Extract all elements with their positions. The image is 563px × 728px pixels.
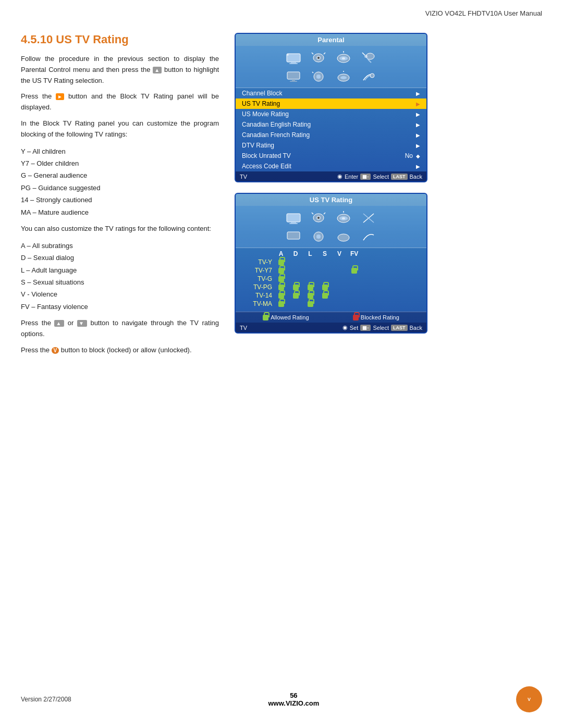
vizio-logo: V [516,686,542,712]
cell-tvg-d [292,275,299,282]
back-label: Back [410,325,422,331]
menu-item-block-unrated[interactable]: Block Unrated TV No ◆ [236,151,426,161]
cell-tvma-l[interactable] [307,300,314,307]
page-footer: Version 2/27/2008 56 www.VIZIO.com V [0,686,563,712]
svg-point-11 [342,57,345,59]
cell-tvy-a[interactable] [277,258,285,266]
us-tv-panel-title: US TV Rating [236,194,426,206]
rating-cells-tv14 [277,292,358,299]
section-number: 4.5.10 [21,33,56,46]
paragraph-5: Press the ▲ or ▼ button to navigate thro… [21,318,219,340]
rating-label-tv14: TV-14 [241,292,277,299]
arrow-icon: ▶ [416,101,420,107]
svg-line-20 [312,72,313,73]
blocked-label: Blocked Rating [361,314,399,320]
menu-item-canadian-french[interactable]: Canadian French Rating ▶ [236,130,426,140]
rating-row-tvg: TV-G [241,275,421,282]
col-d: D [292,250,299,257]
arrow-icon: ▶ [416,132,420,138]
menu-item-dtv-rating[interactable]: DTV Rating ▶ [236,140,426,151]
menu-item-label: Access Code Edit [242,163,291,170]
tv-icon-4 [359,50,378,66]
paragraph-6: Press the V button to block (locked) or … [21,345,219,356]
svg-line-31 [312,213,313,214]
cell-tv14-s[interactable] [321,292,328,299]
footer-version: Version 2/27/2008 [21,696,71,703]
svg-line-7 [312,53,313,54]
rating-item-pg: PG – Guidance suggested [21,182,219,194]
content-item-s: S – Sexual situations [21,276,219,288]
rating-grid-header: A D L S V FV [277,250,421,257]
cell-tvy-d [292,258,299,266]
us-tv-icon-4 [359,210,378,226]
cell-tvpg-s[interactable] [321,283,328,291]
cell-tv14-d[interactable] [292,292,299,299]
panel-icons-row1 [236,46,426,68]
arrow-icon: ▶ [416,122,420,128]
tv-icon-1 [284,50,303,66]
cell-tvg-s [321,275,328,282]
cell-tv14-l[interactable] [307,292,314,299]
footer-source: TV [240,174,247,180]
rating-item-14: 14 – Strongly cautioned [21,194,219,206]
cell-tvy7-fv[interactable] [350,267,358,274]
arrow-icon: ▶ [416,91,420,96]
set-label: Set [350,325,359,331]
svg-point-41 [316,235,321,239]
footer-logo-container: V [516,686,542,712]
rating-row-tvma: TV-MA [241,300,421,307]
rating-label-tvg: TV-G [241,275,277,282]
page-header: VIZIO VO42L FHDTV10A User Manual [0,0,563,17]
paragraph-4: You can also customize the TV ratings fo… [21,224,219,235]
cell-tvy7-s [321,267,328,274]
content-item-l: L – Adult language [21,264,219,276]
cell-tvma-a[interactable] [277,300,285,307]
cell-tvg-fv [350,275,358,282]
cell-tvy7-v [336,267,343,274]
menu-item-access-code[interactable]: Access Code Edit ▶ [236,161,426,171]
us-tv-icon-8 [359,229,378,244]
cell-tvma-fv [350,300,358,307]
svg-point-6 [317,57,320,59]
us-tv-icon-7 [334,229,353,244]
svg-point-24 [370,73,374,78]
cell-tv14-v [336,292,343,299]
menu-item-label: US Movie Rating [242,110,289,118]
ratings-list: Y – All children Y7 – Older children G –… [21,145,219,218]
cell-tv14-fv [350,292,358,299]
block-unrated-value: No [405,152,413,159]
back-badge: LAST [391,174,408,180]
menu-item-label: Block Unrated TV [242,152,291,159]
rating-cells-tvpg [277,283,358,291]
back-label: Back [410,174,422,180]
menu-item-us-tv-rating[interactable]: US TV Rating ▶ [236,98,426,109]
cell-tvg-a[interactable] [277,275,285,282]
us-tv-panel: US TV Rating [235,193,427,334]
us-tv-panel-icons-row2 [236,228,426,248]
cell-tvpg-l[interactable] [307,283,314,291]
menu-item-channel-block[interactable]: Channel Block ▶ [236,88,426,98]
arrow-icon: ▶ [416,143,420,149]
cell-tvpg-d[interactable] [292,283,299,291]
enter-label: Enter [345,174,358,180]
select-badge: ▩▫ [360,325,371,331]
allowed-icon [263,315,268,320]
us-tv-icon-6 [309,229,328,244]
menu-item-us-movie-rating[interactable]: US Movie Rating ▶ [236,109,426,119]
rating-row-tvy: TV-Y [241,258,421,266]
rating-cells-tvg [277,275,358,282]
paragraph-3: In the Block TV Rating panel you can cus… [21,118,219,140]
svg-line-8 [324,53,325,54]
svg-point-14 [364,55,368,58]
cell-tvpg-a[interactable] [277,283,285,291]
rating-legend: Allowed Rating Blocked Rating [236,312,426,323]
select-label: Select [373,174,389,180]
rating-row-tvy7: TV-Y7 [241,267,421,274]
us-tv-panel-icons-row1 [236,206,426,228]
manual-title: VIZIO VO42L FHDTV10A User Manual [425,9,542,17]
rating-cells-tvma [277,300,358,307]
cell-tv14-a[interactable] [277,292,285,299]
parental-panel: Parental [235,33,427,182]
menu-item-canadian-english[interactable]: Canadian English Rating ▶ [236,119,426,130]
cell-tvy7-a[interactable] [277,267,285,274]
